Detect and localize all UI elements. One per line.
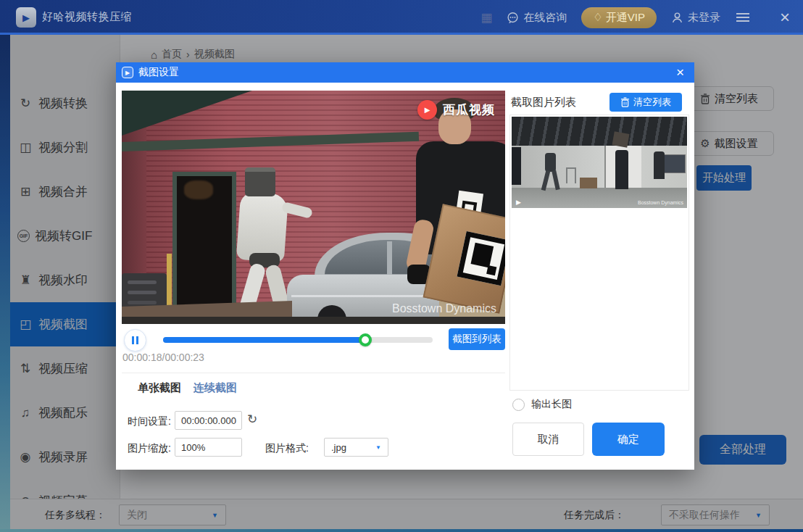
progress-handle[interactable] xyxy=(359,333,372,346)
login-status-button[interactable]: 未登录 xyxy=(671,11,720,25)
modal-app-icon: ▶ xyxy=(122,67,133,78)
app-logo-play-glyph: ▶ xyxy=(22,12,30,23)
modal-clear-list-button[interactable]: 清空列表 xyxy=(609,93,682,112)
long-image-label: 输出长图 xyxy=(531,398,572,411)
progress-fill xyxy=(163,337,365,343)
tab-single-screenshot[interactable]: 单张截图 xyxy=(138,381,181,395)
video-player[interactable]: ▶ 西瓜视频 Bosstown Dynamics xyxy=(122,91,505,324)
app-logo-icon: ▶ xyxy=(16,7,36,28)
app-title: 好哈视频转换压缩 xyxy=(42,10,132,24)
thumb-person-middle xyxy=(615,150,628,189)
app-window: ▶ 好哈视频转换压缩 ▦ 在线咨询 ♢ 开通VIP 未登录 × ↻ xyxy=(0,0,803,532)
modal-clear-list-label: 清空列表 xyxy=(633,96,671,109)
radio-icon[interactable] xyxy=(512,399,525,411)
image-format-value: .jpg xyxy=(331,442,346,453)
vip-diamond-icon: ♢ xyxy=(593,11,602,24)
video-doorway xyxy=(172,172,236,324)
screenshot-settings-modal: ▶ 截图设置 × xyxy=(116,62,694,470)
car-pillar xyxy=(387,241,392,276)
captured-image-list: ▶ Bosstown Dynamics xyxy=(509,115,689,391)
login-label: 未登录 xyxy=(688,11,720,25)
box-fiducial-marker xyxy=(457,231,505,286)
time-setting-input[interactable]: 00:00:00.000 xyxy=(175,411,242,430)
xigua-video-logo: ▶ 西瓜视频 xyxy=(417,100,495,120)
time-display: 00:00:18/00:00:23 xyxy=(122,352,204,363)
tab-continuous-screenshot[interactable]: 连续截图 xyxy=(194,381,237,395)
thumb-ceiling xyxy=(512,117,687,146)
captured-thumbnail[interactable]: ▶ Bosstown Dynamics xyxy=(512,117,687,208)
confirm-button[interactable]: 确定 xyxy=(592,423,665,456)
xigua-brand-text: 西瓜视频 xyxy=(443,101,495,118)
qr-code-icon[interactable]: ▦ xyxy=(480,10,492,25)
trash-icon xyxy=(620,97,630,107)
doorway-light xyxy=(184,180,213,199)
user-icon xyxy=(671,12,683,24)
thumb-person-right xyxy=(654,151,665,179)
robot-head xyxy=(245,167,275,196)
thumb-play-icon: ▶ xyxy=(516,199,521,206)
image-format-label: 图片格式: xyxy=(265,442,309,455)
image-scale-input[interactable]: 100% xyxy=(175,438,242,457)
open-vip-button[interactable]: ♢ 开通VIP xyxy=(581,7,657,28)
title-bar: ▶ 好哈视频转换压缩 ▦ 在线咨询 ♢ 开通VIP 未登录 × xyxy=(0,0,803,35)
capture-to-list-button[interactable]: 截图到列表 xyxy=(449,328,505,350)
modal-header[interactable]: ▶ 截图设置 × xyxy=(116,62,694,83)
xigua-play-icon: ▶ xyxy=(417,100,437,120)
thumb-boxes xyxy=(580,178,597,188)
thumb-robot-body xyxy=(545,153,556,172)
close-window-button[interactable]: × xyxy=(780,10,790,25)
video-watermark-text: Bosstown Dynamics xyxy=(392,302,496,315)
online-consult-label: 在线咨询 xyxy=(523,11,567,25)
video-street-shadow xyxy=(122,317,505,324)
divider xyxy=(122,373,505,373)
modal-title: 截图设置 xyxy=(138,66,179,79)
chevron-down-icon: ▼ xyxy=(375,444,381,451)
captured-list-title: 截取图片列表 xyxy=(511,96,576,109)
thumb-monitor xyxy=(661,154,686,173)
image-scale-label: 图片缩放: xyxy=(128,442,171,455)
chat-icon xyxy=(507,12,519,24)
image-format-select[interactable]: .jpg ▼ xyxy=(324,438,388,457)
refresh-time-icon[interactable]: ↻ xyxy=(247,412,257,427)
cancel-button[interactable]: 取消 xyxy=(512,423,584,456)
time-setting-label: 时间设置: xyxy=(128,415,171,428)
vip-label: 开通VIP xyxy=(606,11,645,25)
titlebar-actions: ▦ 在线咨询 ♢ 开通VIP 未登录 × xyxy=(480,0,790,35)
pause-icon xyxy=(132,336,134,344)
robot-torso xyxy=(236,191,288,262)
modal-close-button[interactable]: × xyxy=(676,65,684,80)
thumb-chair xyxy=(566,167,576,183)
thumb-lifted-box xyxy=(612,131,630,147)
pause-button[interactable] xyxy=(124,329,146,352)
thumb-person-left xyxy=(512,147,521,185)
thumb-joists xyxy=(512,117,687,146)
thumb-watermark-text: Bosstown Dynamics xyxy=(638,200,683,205)
progress-slider[interactable] xyxy=(163,337,433,343)
online-consult-button[interactable]: 在线咨询 xyxy=(507,11,567,25)
long-image-option[interactable]: 输出长图 xyxy=(512,398,572,411)
pause-icon xyxy=(136,336,138,344)
menu-icon[interactable] xyxy=(735,10,751,25)
